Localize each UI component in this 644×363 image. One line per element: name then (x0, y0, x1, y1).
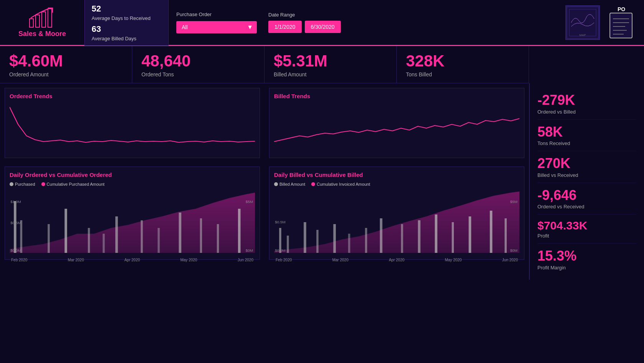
avg-days-received-num: 52 (92, 4, 101, 14)
svg-rect-17 (48, 224, 50, 253)
kpi-row: $4.60M Ordered Amount 48,640 Ordered Ton… (0, 46, 529, 83)
svg-rect-25 (200, 218, 202, 253)
legend-billed-dot (274, 182, 278, 186)
right-kpi-billed-vs-received-value: 270K (537, 156, 636, 171)
avg-days-received-label: Average Days to Received (92, 15, 161, 21)
kpi-billed-amount-label: Billed Amount (274, 71, 387, 78)
ordered-trends-card: Ordered Trends (0, 83, 264, 163)
svg-text:$0.0M: $0.0M (10, 248, 21, 252)
kpi-ordered-tons-value: 48,640 (141, 53, 255, 69)
purchase-order-select[interactable]: All PO-001 PO-002 PO-003 (176, 21, 257, 33)
daily-ordered-chart: $1.0M $0.5M $0.0M $5M $0M Feb 2020 Mar 2… (10, 190, 255, 255)
stats-box: 52 Average Days to Received 63 Average B… (84, 0, 169, 46)
kpi-tons-billed: 328K Tons Billed (397, 46, 529, 83)
right-kpi-ordered-vs-billed-label: Ordered vs Billed (537, 109, 636, 115)
x-label-mar-b: Mar 2020 (332, 258, 348, 262)
svg-rect-43 (418, 220, 421, 253)
svg-rect-0 (30, 19, 33, 27)
date-range-label: Date Range (268, 12, 376, 18)
svg-rect-48 (504, 218, 507, 253)
billed-trends-card: Billed Trends (264, 83, 529, 163)
daily-billed-legend: Billed Amount Cumulative Invoiced Amount (274, 182, 519, 186)
right-kpi-billed-vs-received-label: Billed vs Received (537, 172, 636, 178)
billed-trends-chart (274, 103, 519, 153)
x-label-mar: Mar 2020 (68, 258, 84, 262)
svg-rect-20 (103, 234, 105, 253)
svg-rect-21 (115, 216, 118, 253)
avg-billed-days-label: Average Billed Days (92, 36, 161, 41)
right-kpi-tons-received-value: 58K (537, 124, 636, 140)
svg-rect-18 (64, 209, 67, 253)
daily-ordered-title: Daily Ordered vs Cumulative Ordered (10, 172, 255, 178)
right-kpi-ordered-vs-received-value: -9,646 (537, 188, 636, 203)
svg-rect-1 (36, 15, 39, 27)
legend-invoiced-dot (311, 182, 315, 186)
kpi-billed-amount-value: $5.31M (274, 53, 387, 69)
right-panel: -279K Ordered vs Billed 58K Tons Receive… (529, 83, 644, 280)
kpi-tons-billed-value: 328K (406, 53, 519, 69)
date-start-button[interactable]: 1/1/2020 (268, 21, 302, 33)
svg-rect-27 (238, 209, 241, 253)
right-kpi-tons-received-label: Tons Received (537, 140, 636, 146)
svg-rect-40 (365, 228, 367, 253)
right-kpi-profit: $704.33K Profit (537, 214, 636, 244)
svg-text:$5M: $5M (246, 200, 253, 203)
date-range-area: Date Range 1/1/2020 6/30/2020 (268, 12, 376, 33)
svg-rect-39 (348, 234, 350, 253)
date-end-button[interactable]: 6/30/2020 (305, 21, 341, 33)
stat-row-received: 52 (92, 4, 161, 14)
legend-cumulative-label: Cumulative Purchased Amount (47, 182, 105, 186)
x-label-feb-b: Feb 2020 (276, 258, 292, 262)
map-thumbnail: MAP (565, 5, 600, 40)
legend-cumulative-purchased: Cumulative Purchased Amount (41, 182, 105, 186)
logo-area: Sales & Moore (8, 7, 77, 38)
svg-text:$0.5M: $0.5M (10, 221, 21, 224)
kpi-ordered-amount-label: Ordered Amount (9, 71, 123, 78)
svg-rect-45 (452, 222, 454, 253)
x-label-jun-b: Jun 2020 (502, 258, 518, 262)
date-buttons: 1/1/2020 6/30/2020 (268, 21, 376, 33)
logo-text: Sales & Moore (18, 30, 66, 38)
svg-rect-22 (141, 220, 143, 253)
daily-billed-card: Daily Billed vs Cumulative Billed Billed… (264, 163, 529, 264)
right-kpi-profit-label: Profit (537, 233, 636, 239)
right-kpi-ordered-vs-billed-value: -279K (537, 92, 636, 108)
x-label-may: May 2020 (180, 258, 197, 262)
right-kpi-ordered-vs-received: -9,646 Ordered vs Received (537, 183, 636, 215)
svg-text:MAP: MAP (579, 33, 586, 37)
purchase-order-label: Purchase Order (176, 12, 261, 17)
header: Sales & Moore 52 Average Days to Receive… (0, 0, 644, 46)
legend-billed-label: Billed Amount (279, 182, 305, 186)
purchase-order-filter: Purchase Order All PO-001 PO-002 PO-003 … (176, 12, 261, 33)
svg-marker-33 (274, 191, 519, 253)
svg-rect-41 (380, 218, 383, 253)
svg-rect-46 (469, 216, 472, 253)
x-label-apr: Apr 2020 (124, 258, 140, 262)
kpi-ordered-tons-label: Ordered Tons (141, 71, 255, 78)
right-kpi-billed-vs-received: 270K Billed vs Received (537, 151, 636, 183)
svg-rect-24 (179, 213, 181, 253)
svg-text:$0M: $0M (246, 248, 253, 252)
svg-rect-26 (217, 224, 219, 253)
svg-text:$1.0M: $1.0M (10, 200, 21, 203)
svg-rect-47 (490, 211, 493, 253)
legend-purchased: Purchased (10, 182, 35, 186)
svg-rect-23 (158, 228, 160, 253)
svg-rect-37 (316, 230, 319, 253)
daily-ordered-x-labels: Feb 2020 Mar 2020 Apr 2020 May 2020 Jun … (10, 258, 255, 262)
svg-rect-42 (401, 224, 403, 253)
right-kpi-profit-margin: 15.3% Profit Margin (537, 244, 636, 275)
svg-text:PO: PO (617, 6, 625, 12)
x-label-feb: Feb 2020 (11, 258, 27, 262)
kpi-tons-billed-label: Tons Billed (406, 71, 519, 78)
po-icon: PO (606, 7, 636, 38)
ordered-trends-title: Ordered Trends (10, 93, 255, 99)
svg-rect-2 (42, 12, 46, 27)
header-images: MAP PO (565, 5, 636, 40)
legend-purchased-dot (10, 182, 13, 186)
right-kpi-profit-value: $704.33K (537, 219, 636, 232)
x-label-apr-b: Apr 2020 (389, 258, 404, 262)
svg-rect-38 (333, 224, 336, 253)
svg-text:$5M: $5M (510, 200, 518, 203)
kpi-ordered-tons: 48,640 Ordered Tons (132, 46, 264, 83)
